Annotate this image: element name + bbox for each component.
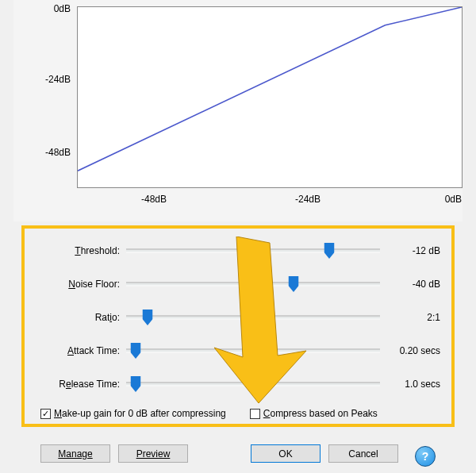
release-time-row: Release Time: 1.0 secs: [25, 373, 451, 395]
ratio-value: 2:1: [383, 312, 451, 323]
cancel-button[interactable]: Cancel: [328, 444, 398, 463]
preview-button[interactable]: Preview: [118, 444, 188, 463]
chart-plot-area: [77, 6, 463, 188]
noise-floor-value: -40 dB: [383, 279, 451, 290]
attack-time-label: Attack Time:: [25, 345, 126, 356]
threshold-value: -12 dB: [383, 245, 451, 256]
threshold-label: Threshold:: [25, 245, 126, 256]
release-time-label: Release Time:: [25, 379, 126, 390]
release-time-value: 1.0 secs: [383, 379, 451, 390]
ratio-row: Ratio: 2:1: [25, 306, 451, 329]
compress-peaks-checkbox[interactable]: Compress based on Peaks: [250, 408, 378, 419]
manage-button[interactable]: Manage: [40, 444, 110, 463]
release-time-slider[interactable]: [126, 376, 380, 392]
ok-button[interactable]: OK: [251, 444, 321, 463]
attack-time-row: Attack Time: 0.20 secs: [25, 340, 451, 362]
checkbox-icon: ✓: [40, 409, 51, 419]
svg-marker-4: [131, 376, 141, 392]
x-tick-label: 0dB: [445, 194, 462, 205]
svg-marker-3: [131, 343, 141, 359]
svg-marker-2: [143, 310, 153, 325]
dialog-buttons-row: Manage Preview OK Cancel ?: [0, 444, 476, 467]
checkbox-icon: [250, 409, 260, 419]
noise-floor-slider[interactable]: [126, 276, 380, 292]
checkboxes-row: ✓ Make-up gain for 0 dB after compressin…: [25, 408, 451, 419]
y-tick-label: 0dB: [23, 3, 71, 14]
compression-curve-chart: 0dB -24dB -48dB -48dB -24dB 0dB: [13, 0, 463, 221]
x-tick-label: -48dB: [141, 194, 167, 205]
attack-time-value: 0.20 secs: [383, 345, 451, 356]
compressor-controls-panel: Threshold: -12 dB Noise Floor: -40 dB Ra…: [21, 225, 455, 427]
svg-marker-1: [289, 276, 299, 292]
noise-floor-row: Noise Floor: -40 dB: [25, 273, 451, 295]
noise-floor-label: Noise Floor:: [25, 279, 126, 290]
help-icon: ?: [422, 450, 429, 463]
compress-peaks-label: Compress based on Peaks: [263, 408, 378, 419]
y-tick-label: -48dB: [23, 147, 71, 158]
ratio-label: Ratio:: [25, 312, 126, 323]
ratio-slider[interactable]: [126, 310, 380, 325]
threshold-row: Threshold: -12 dB: [25, 240, 451, 262]
x-tick-label: -24dB: [295, 194, 321, 205]
y-tick-label: -24dB: [23, 74, 71, 85]
makeup-gain-checkbox[interactable]: ✓ Make-up gain for 0 dB after compressin…: [40, 408, 226, 419]
svg-marker-0: [324, 243, 335, 259]
threshold-slider[interactable]: [126, 243, 380, 259]
attack-time-slider[interactable]: [126, 343, 380, 359]
help-button[interactable]: ?: [415, 446, 436, 467]
makeup-gain-label: Make-up gain for 0 dB after compressing: [54, 408, 226, 419]
